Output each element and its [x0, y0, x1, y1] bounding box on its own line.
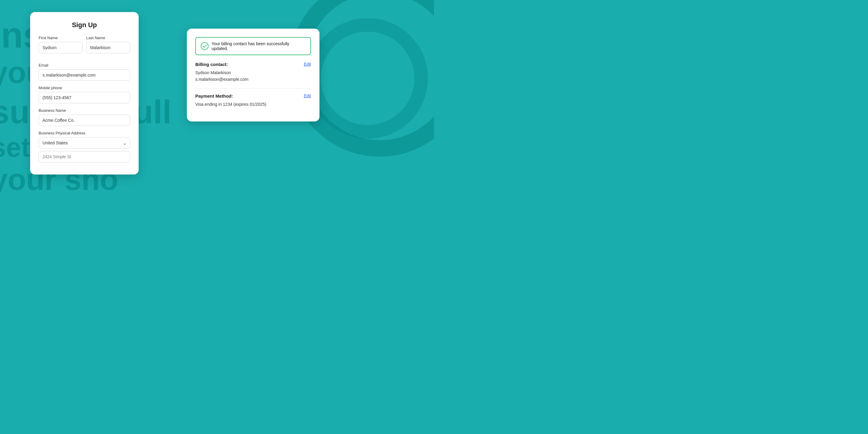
first-name-input[interactable] [38, 42, 83, 53]
billing-contact-edit-button[interactable]: Edit [304, 62, 311, 67]
email-label: Email [38, 63, 130, 67]
billing-contact-email: s.malarkison@example.com [195, 76, 311, 83]
billing-contact-name: Sydson Malarkison [195, 69, 311, 76]
business-name-label: Business Name [38, 108, 130, 113]
first-name-group: First Name [38, 36, 83, 53]
payment-method-section: Payment Method: Edit Visa ending in 1234… [195, 93, 311, 107]
mobile-group: Mobile phone [38, 86, 130, 103]
street-input[interactable] [38, 151, 130, 162]
first-name-label: First Name [38, 36, 83, 40]
email-group: Email [38, 63, 130, 81]
last-name-label: Last Name [86, 36, 130, 40]
address-label: Business Physical Address [38, 131, 130, 135]
last-name-group: Last Name [86, 36, 130, 53]
payment-method-header: Payment Method: Edit [195, 93, 311, 98]
billing-divider [195, 88, 311, 89]
billing-contact-label: Billing contact: [195, 62, 228, 67]
mobile-label: Mobile phone [38, 86, 130, 90]
mobile-input[interactable] [38, 92, 130, 103]
success-banner: Your billing contact has been successful… [195, 37, 311, 55]
email-input[interactable] [38, 69, 130, 81]
name-row: First Name Last Name [38, 36, 130, 58]
signup-card: Sign Up First Name Last Name Email Mobil… [30, 12, 138, 175]
payment-method-edit-button[interactable]: Edit [304, 93, 311, 98]
svg-point-0 [201, 42, 208, 50]
bg-circle-small [307, 18, 428, 138]
billing-card: Your billing contact has been successful… [187, 29, 319, 121]
signup-title: Sign Up [38, 21, 130, 29]
address-group: Business Physical Address United States … [38, 131, 130, 162]
business-name-group: Business Name [38, 108, 130, 126]
country-select[interactable]: United States Canada United Kingdom [38, 137, 130, 149]
billing-contact-header: Billing contact: Edit [195, 62, 311, 67]
success-check-icon [201, 42, 209, 50]
last-name-input[interactable] [86, 42, 130, 53]
billing-contact-section: Billing contact: Edit Sydson Malarkison … [195, 62, 311, 83]
business-name-input[interactable] [38, 115, 130, 126]
payment-method-value: Visa ending in 1234 (expires 01/2025) [195, 101, 311, 107]
success-message: Your billing contact has been successful… [212, 41, 306, 51]
country-select-wrapper: United States Canada United Kingdom ⌄ [38, 137, 130, 149]
payment-method-label: Payment Method: [195, 93, 233, 98]
